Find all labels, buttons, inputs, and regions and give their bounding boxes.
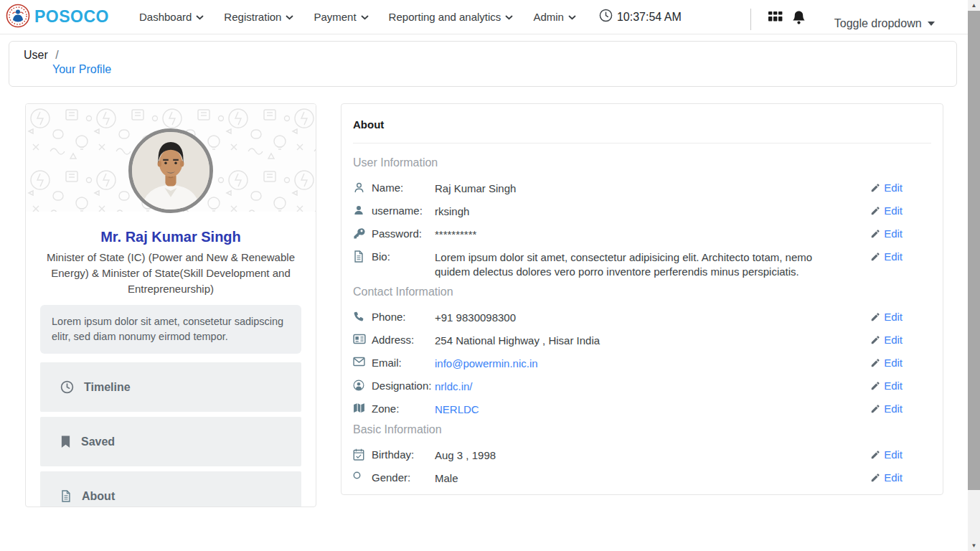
nav-item-registration[interactable]: Registration [214, 5, 303, 29]
edit-label: Edit [884, 357, 903, 369]
brand[interactable]: POSOCO [6, 4, 109, 31]
avatar [128, 128, 213, 213]
info-row-username: username:rksinghEdit [353, 202, 903, 219]
main-content: Mr. Raj Kumar Singh Minister of State (I… [0, 87, 968, 507]
edit-label: Edit [884, 204, 903, 217]
edit-label: Edit [884, 250, 903, 263]
page: POSOCO DashboardRegistrationPaymentRepor… [0, 0, 968, 551]
row-label: Gender: [372, 469, 435, 484]
edit-label: Edit [884, 448, 903, 461]
envelope-icon [353, 354, 372, 367]
pencil-icon [870, 252, 880, 262]
scrollbar-thumb[interactable] [968, 11, 980, 490]
chevron-down-icon [286, 14, 293, 20]
about-sections: User InformationName:Raj Kumar SinghEdit… [353, 156, 931, 486]
pencil-icon [870, 450, 880, 460]
section-rows: Name:Raj Kumar SinghEditusername:rksingh… [353, 179, 931, 279]
pencil-icon [870, 335, 880, 345]
row-value-link[interactable]: info@powermin.nic.in [435, 354, 858, 371]
nav-item-admin[interactable]: Admin [523, 5, 586, 29]
row-value-link[interactable]: nrldc.in/ [435, 377, 858, 394]
side-menu-label: Saved [81, 435, 115, 448]
row-label: Bio: [372, 248, 435, 263]
pencil-icon [870, 229, 880, 239]
profile-cover [26, 104, 316, 212]
breadcrumb-parent[interactable]: User [24, 49, 48, 61]
chevron-down-icon [196, 14, 204, 20]
edit-label: Edit [884, 380, 903, 392]
edit-link[interactable]: Edit [858, 377, 903, 392]
toggle-dropdown[interactable]: Toggle dropdown [834, 17, 935, 30]
caret-down-icon [928, 22, 935, 26]
posoco-logo-icon [6, 4, 30, 31]
edit-link[interactable]: Edit [858, 446, 903, 461]
row-value: Male [435, 469, 858, 486]
chevron-down-icon [568, 14, 576, 20]
side-menu-label: Timeline [84, 381, 131, 394]
about-card-title: About [353, 118, 931, 131]
edit-link[interactable]: Edit [858, 179, 903, 194]
nav-item-label: Registration [224, 11, 281, 23]
map-icon [353, 400, 372, 413]
edit-link[interactable]: Edit [858, 225, 903, 240]
edit-link[interactable]: Edit [858, 202, 903, 217]
edit-link[interactable]: Edit [858, 400, 903, 415]
info-row-address: Address:254 National Highway , Hisar Ind… [353, 331, 903, 348]
key-icon [353, 225, 372, 240]
nav-item-label: Payment [314, 11, 356, 23]
row-value-link[interactable]: NERLDC [435, 400, 858, 417]
row-value: +91 9830098300 [435, 309, 858, 325]
divider [353, 143, 931, 143]
phone-icon [353, 309, 372, 322]
edit-link[interactable]: Edit [858, 469, 903, 484]
profile-side-menu: TimelineSavedAbout [40, 362, 301, 507]
edit-link[interactable]: Edit [858, 331, 903, 346]
breadcrumb: User / Your Profile [9, 41, 957, 87]
info-row-password: Password:**********Edit [353, 225, 903, 242]
scroll-down-icon[interactable]: ▼ [968, 540, 980, 551]
side-menu-item-about[interactable]: About [40, 471, 301, 507]
edit-link[interactable]: Edit [858, 309, 903, 323]
breadcrumb-current[interactable]: Your Profile [52, 63, 942, 76]
nav-item-label: Admin [533, 11, 564, 23]
grid-icon[interactable] [764, 9, 788, 27]
side-menu-item-saved[interactable]: Saved [40, 417, 301, 466]
nav-item-label: Reporting and analytics [389, 11, 501, 23]
edit-link[interactable]: Edit [858, 248, 903, 263]
chevron-down-icon [361, 14, 369, 20]
row-value: Lorem ipsum dolor sit amet, consectetur … [435, 248, 858, 279]
nav-menu: DashboardRegistrationPaymentReporting an… [129, 5, 586, 29]
nav-item-dashboard[interactable]: Dashboard [129, 5, 214, 29]
breadcrumb-separator: / [55, 49, 58, 61]
edit-label: Edit [884, 227, 903, 240]
clock-widget: 10:37:54 AM [599, 9, 682, 25]
section-rows: Phone:+91 9830098300EditAddress:254 Nati… [353, 309, 931, 417]
pencil-icon [870, 183, 880, 193]
pencil-icon [870, 404, 880, 414]
row-label: Email: [372, 354, 435, 369]
edit-label: Edit [884, 182, 903, 194]
edit-label: Edit [884, 311, 903, 323]
circle-icon [353, 469, 372, 479]
scroll-up-icon[interactable]: ▲ [968, 0, 980, 11]
profile-card: Mr. Raj Kumar Singh Minister of State (I… [25, 103, 316, 507]
edit-link[interactable]: Edit [858, 354, 903, 369]
section-rows: Birthday:Aug 3 , 1998EditGender:MaleEdit [353, 446, 931, 486]
info-row-birthday: Birthday:Aug 3 , 1998Edit [353, 446, 903, 463]
row-label: Phone: [372, 309, 435, 323]
calendar-check-icon [353, 446, 372, 461]
nav-item-payment[interactable]: Payment [303, 5, 378, 29]
profile-body: Mr. Raj Kumar Singh Minister of State (I… [26, 229, 316, 507]
file-text-icon [60, 490, 72, 502]
bell-icon[interactable] [788, 9, 810, 29]
pencil-icon [870, 381, 880, 391]
side-menu-item-timeline[interactable]: Timeline [40, 362, 301, 412]
pencil-icon [870, 312, 880, 322]
side-menu-label: About [82, 490, 115, 503]
info-row-bio: Bio:Lorem ipsum dolor sit amet, consecte… [353, 248, 903, 279]
info-row-phone: Phone:+91 9830098300Edit [353, 309, 903, 325]
file-text-icon [353, 248, 372, 263]
clock-icon [60, 380, 74, 394]
nav-item-reporting-and-analytics[interactable]: Reporting and analytics [379, 5, 524, 29]
scrollbar[interactable]: ▲ ▼ [968, 0, 980, 551]
